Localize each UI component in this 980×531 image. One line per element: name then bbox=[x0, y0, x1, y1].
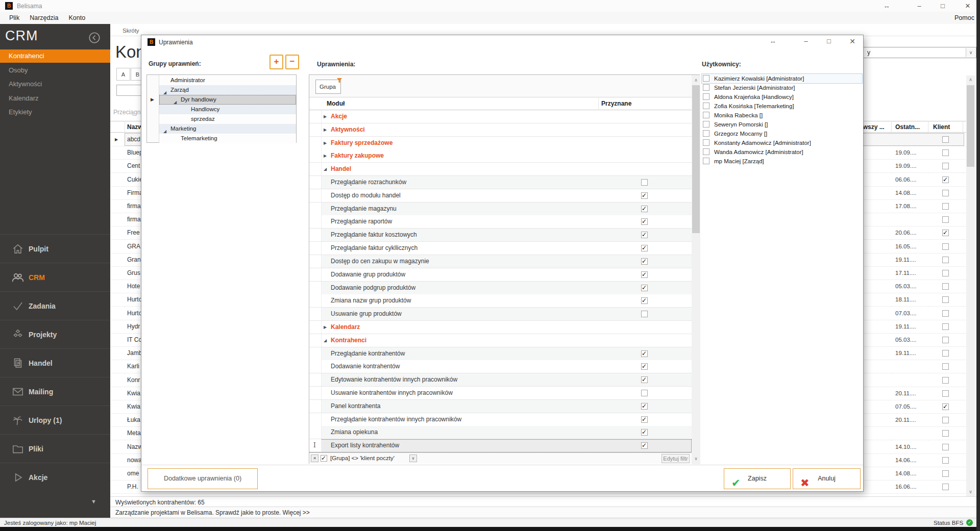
cell-klient-checkbox[interactable] bbox=[942, 457, 949, 464]
grid-item-row[interactable]: Dodawanie podgrup produktów bbox=[309, 282, 692, 295]
cell-klient-checkbox[interactable] bbox=[942, 377, 949, 384]
grid-item-row[interactable]: Przeglądanie faktur cykllicznych bbox=[309, 242, 692, 255]
permission-checkbox[interactable] bbox=[641, 179, 648, 186]
user-row[interactable]: Kazimierz Kowalski [Administrator] bbox=[702, 74, 862, 83]
grid-item-row[interactable]: Dostęp do cen zakupu w magazynie bbox=[309, 255, 692, 268]
cell-klient-checkbox[interactable] bbox=[942, 243, 949, 250]
permission-checkbox[interactable] bbox=[641, 376, 648, 383]
user-row[interactable]: Konstanty Adamowicz [Administrator] bbox=[702, 138, 862, 147]
cell-klient-checkbox[interactable] bbox=[942, 337, 949, 343]
user-checkbox[interactable] bbox=[703, 148, 709, 155]
expand-icon[interactable]: ▶ bbox=[324, 114, 327, 119]
user-row[interactable]: Grzegorz Mocarny [] bbox=[702, 129, 862, 138]
cell-klient-checkbox[interactable] bbox=[942, 149, 949, 156]
user-checkbox[interactable] bbox=[703, 121, 709, 128]
scrollbar-thumb[interactable] bbox=[967, 85, 974, 167]
filter-dropdown-button[interactable]: ∨ bbox=[409, 454, 417, 462]
column-header-ostatni[interactable]: Ostatn... bbox=[895, 123, 920, 131]
cell-klient-checkbox[interactable] bbox=[942, 323, 949, 330]
grid-group-row[interactable]: ▶Akcje bbox=[309, 110, 692, 123]
group-by-chip[interactable]: Grupa ▲ bbox=[315, 80, 341, 94]
permission-checkbox[interactable] bbox=[641, 363, 648, 370]
nav-item-akcje[interactable]: Akcje bbox=[0, 463, 110, 491]
user-checkbox[interactable] bbox=[703, 93, 709, 100]
window-close-button[interactable]: ✕ bbox=[962, 1, 974, 11]
menu-item-plik[interactable]: Plik bbox=[4, 12, 24, 24]
permission-checkbox[interactable] bbox=[641, 218, 648, 225]
cell-klient-checkbox[interactable] bbox=[942, 363, 949, 370]
scroll-up-icon[interactable]: ∧ bbox=[692, 76, 700, 85]
expand-icon[interactable]: ▶ bbox=[324, 154, 327, 158]
grid-group-row[interactable]: ◢Handel bbox=[309, 163, 692, 176]
chevron-down-icon[interactable]: ∨ bbox=[966, 48, 975, 57]
grid-item-row[interactable]: Przeglądanie magazynu bbox=[309, 203, 692, 216]
cell-klient-checkbox[interactable] bbox=[942, 310, 949, 317]
tree-node-dyr-handlowy[interactable]: ◢Dyr handlowy bbox=[159, 95, 296, 105]
grid-item-row[interactable]: Dodawanie grup produktów bbox=[309, 268, 692, 282]
cell-klient-checkbox[interactable] bbox=[942, 350, 949, 357]
user-checkbox[interactable] bbox=[703, 130, 709, 137]
filter-funnel-icon[interactable] bbox=[336, 78, 342, 83]
user-row[interactable]: Aldona Krajeńska [Handlowcy] bbox=[702, 92, 862, 102]
promo-banner-text[interactable]: Zarządzanie projektami w Belisama. Spraw… bbox=[115, 509, 310, 516]
user-checkbox[interactable] bbox=[703, 84, 709, 91]
cell-klient-checkbox[interactable] bbox=[942, 230, 949, 236]
scroll-down-icon[interactable]: ∨ bbox=[692, 454, 700, 463]
tree-node-telemarketing[interactable]: Telemarketing bbox=[159, 134, 296, 143]
tree-node-zarz-d[interactable]: ◢Zarząd bbox=[159, 85, 296, 95]
permission-checkbox[interactable] bbox=[641, 416, 648, 423]
user-checkbox[interactable] bbox=[703, 158, 709, 164]
sidebar-bottom-chevron-icon[interactable]: ▼ bbox=[91, 498, 96, 504]
permission-checkbox[interactable] bbox=[641, 258, 648, 265]
sidebar-item-kontrahenci[interactable]: Kontrahenci bbox=[0, 49, 110, 63]
user-checkbox[interactable] bbox=[703, 112, 709, 118]
clear-filter-button[interactable]: ✕ bbox=[311, 454, 318, 462]
window-minimize-button[interactable]: – bbox=[913, 1, 925, 11]
menu-item-narzdzia[interactable]: Narzędzia bbox=[24, 12, 63, 24]
nav-item-pliki[interactable]: Pliki bbox=[0, 434, 110, 463]
additional-permissions-button[interactable]: Dodatkowe uprawnienia (0) bbox=[148, 468, 258, 489]
main-table-scrollbar[interactable]: ∧ ∨ bbox=[966, 75, 975, 496]
expand-icon[interactable]: ▶ bbox=[324, 325, 327, 330]
user-row[interactable]: Zofia Kosińska [Telemarketing] bbox=[702, 102, 862, 111]
tree-node-sprzedaz[interactable]: sprzedaz bbox=[159, 114, 296, 124]
grid-item-row[interactable]: Dostęp do modułu handel bbox=[309, 189, 692, 203]
letter-tab-a[interactable]: A bbox=[116, 68, 130, 81]
grid-item-row[interactable]: Zmiana opiekuna bbox=[309, 426, 692, 439]
dialog-minimize-button[interactable]: – bbox=[800, 36, 812, 46]
window-maximize-button[interactable]: □ bbox=[937, 1, 949, 11]
cell-klient-checkbox[interactable] bbox=[942, 417, 949, 423]
permission-checkbox[interactable] bbox=[641, 297, 648, 304]
column-header-modul[interactable]: Moduł bbox=[327, 100, 345, 107]
user-row[interactable]: Stefan Jezierski [Administrator] bbox=[702, 83, 862, 92]
expand-icon[interactable]: ◢ bbox=[324, 338, 327, 343]
user-checkbox[interactable] bbox=[703, 139, 709, 146]
cell-klient-checkbox[interactable] bbox=[942, 296, 949, 303]
permission-checkbox[interactable] bbox=[641, 390, 648, 396]
grid-group-row[interactable]: ▶Kalendarz bbox=[309, 321, 692, 334]
user-checkbox[interactable] bbox=[703, 75, 709, 82]
cell-klient-checkbox[interactable] bbox=[942, 163, 949, 169]
column-header-klient[interactable]: Klient bbox=[933, 123, 950, 131]
cell-klient-checkbox[interactable] bbox=[942, 283, 949, 290]
tree-node-administrator[interactable]: Administrator bbox=[159, 75, 296, 85]
grid-item-row[interactable]: Usuwanie grup produktów bbox=[309, 308, 692, 321]
cancel-button[interactable]: ✖ Anuluj bbox=[793, 468, 861, 489]
remove-group-button[interactable]: − bbox=[285, 55, 299, 69]
cell-klient-checkbox[interactable] bbox=[942, 203, 949, 210]
permission-checkbox[interactable] bbox=[641, 403, 648, 410]
grid-item-row[interactable]: Przeglądanie rozrachunków bbox=[309, 176, 692, 189]
cell-klient-checkbox[interactable] bbox=[942, 257, 949, 263]
permission-checkbox[interactable] bbox=[641, 232, 648, 238]
scrollbar-thumb[interactable] bbox=[692, 85, 700, 233]
cell-klient-checkbox[interactable] bbox=[942, 470, 949, 477]
grid-scrollbar[interactable]: ∧ ∨ bbox=[692, 75, 700, 464]
permission-checkbox[interactable] bbox=[641, 429, 648, 436]
user-row[interactable]: Monika Rabecka [] bbox=[702, 111, 862, 120]
filter-enabled-checkbox[interactable] bbox=[321, 455, 327, 462]
expand-icon[interactable]: ▶ bbox=[324, 141, 327, 145]
user-row[interactable]: Seweryn Pomorski [] bbox=[702, 120, 862, 129]
view-filter-combobox[interactable]: y ∨ bbox=[859, 47, 976, 58]
tree-node-handlowcy[interactable]: Handlowcy bbox=[159, 105, 296, 114]
permission-checkbox[interactable] bbox=[641, 350, 648, 357]
